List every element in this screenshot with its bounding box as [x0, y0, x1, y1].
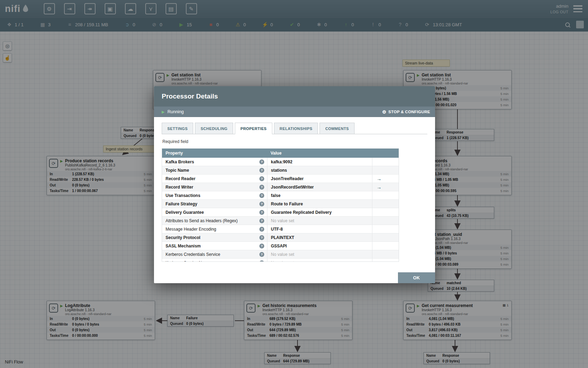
property-row: Message Header Encoding? UTF-8	[162, 225, 399, 233]
processor-details-dialog: Processor Details ▶ Running ⚙ STOP & CON…	[154, 86, 435, 283]
property-row: Failure Strategy? Route to Failure	[162, 200, 399, 208]
dialog-header: Processor Details	[154, 86, 435, 107]
properties-table: Property Value Kafka Brokers? kafka:9092…	[162, 148, 399, 262]
help-icon[interactable]: ?	[259, 176, 264, 181]
property-row: Delivery Guarantee? Guarantee Replicated…	[162, 208, 399, 217]
help-icon[interactable]: ?	[259, 193, 264, 198]
properties-table-rows: Kafka Brokers? kafka:9092 Topic Name? st…	[162, 158, 399, 261]
help-icon[interactable]: ?	[259, 159, 264, 164]
help-icon[interactable]: ?	[259, 210, 264, 215]
ok-button[interactable]: OK	[398, 272, 435, 283]
help-icon[interactable]: ?	[259, 260, 264, 262]
tab-settings[interactable]: SETTINGS	[162, 123, 193, 134]
help-icon[interactable]: ?	[259, 218, 264, 223]
help-icon[interactable]: ?	[259, 244, 264, 248]
property-row: Attributes to Send as Headers (Regex)? N…	[162, 217, 399, 225]
gear-icon: ⚙	[382, 109, 386, 115]
help-icon[interactable]: ?	[259, 227, 264, 232]
run-status: ▶ Running	[162, 109, 184, 114]
property-row: Kafka Brokers? kafka:9092	[162, 158, 399, 166]
help-icon[interactable]: ?	[259, 168, 264, 173]
help-icon[interactable]: ?	[259, 235, 264, 240]
properties-table-header: Property Value	[162, 149, 399, 158]
help-icon[interactable]: ?	[259, 252, 264, 257]
required-field-note: Required field	[162, 139, 427, 144]
property-row: Use Transactions? false	[162, 191, 399, 200]
property-row: SASL Mechanism? GSSAPI	[162, 242, 399, 250]
property-row: Topic Name? stations	[162, 166, 399, 175]
tab-relationships[interactable]: RELATIONSHIPS	[274, 123, 318, 134]
dialog-body: SETTINGS SCHEDULING PROPERTIES RELATIONS…	[154, 117, 435, 262]
property-row: Security Protocol? PLAINTEXT	[162, 233, 399, 242]
dialog-tabs: SETTINGS SCHEDULING PROPERTIES RELATIONS…	[162, 123, 427, 134]
tab-properties[interactable]: PROPERTIES	[235, 123, 272, 134]
tab-scheduling[interactable]: SCHEDULING	[195, 123, 233, 134]
go-to-service-icon[interactable]: →	[377, 184, 382, 190]
help-icon[interactable]: ?	[259, 185, 264, 190]
dialog-title: Processor Details	[162, 93, 218, 100]
help-icon[interactable]: ?	[259, 202, 264, 206]
dialog-status-row: ▶ Running ⚙ STOP & CONFIGURE	[154, 107, 435, 117]
stop-and-configure-button[interactable]: ⚙ STOP & CONFIGURE	[382, 109, 430, 115]
property-row: Kerberos Service Name? No value set	[162, 259, 399, 261]
tab-comments[interactable]: COMMENTS	[320, 123, 354, 134]
go-to-service-icon[interactable]: →	[377, 176, 382, 182]
property-row: Record Reader? JsonTreeReader →	[162, 175, 399, 183]
play-icon: ▶	[162, 110, 164, 114]
property-row: Record Writer? JsonRecordSetWriter →	[162, 183, 399, 191]
property-row: Kerberos Credentials Service? No value s…	[162, 250, 399, 259]
run-status-label: Running	[167, 109, 184, 114]
